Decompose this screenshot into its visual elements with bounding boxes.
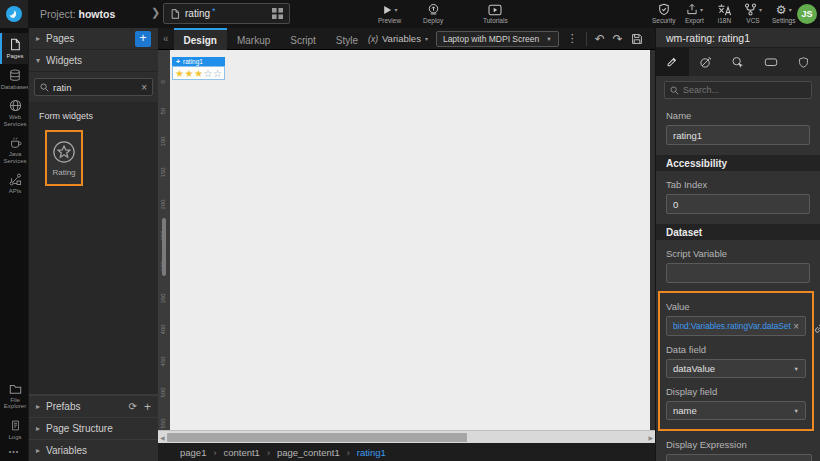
horizontal-scrollbar[interactable]: ◀ ▶ (158, 430, 655, 443)
rail-item-pages[interactable]: Pages (0, 33, 28, 64)
wavemaker-logo-icon (5, 5, 23, 23)
page-structure-section-header[interactable]: ▸ Page Structure (29, 417, 158, 439)
settings-button[interactable]: ⚙ ▾ Settings (772, 3, 796, 24)
tab-index-label: Tab Index (666, 179, 810, 190)
rail-more-button[interactable]: ••• (0, 444, 28, 461)
top-bar: Project: howtos ❯ rating * ▾ Preview Dep… (0, 0, 820, 28)
tab-properties[interactable] (656, 48, 689, 76)
canvas-body: 050100150200250300350400450500550 + rati… (158, 50, 655, 430)
security-button[interactable]: Security (652, 3, 675, 24)
canvas-column: « Design Markup Script Style (x) Variabl… (158, 28, 655, 461)
export-button[interactable]: ▾ Export (685, 3, 704, 24)
chevron-down-icon: ▾ (759, 6, 762, 13)
refresh-icon[interactable]: ⟳ (129, 401, 137, 412)
dataset-section-header: Dataset (656, 224, 820, 240)
project-name[interactable]: Project: howtos (40, 8, 115, 20)
tab-security[interactable] (787, 48, 820, 76)
pages-icon (9, 38, 21, 51)
page-tab-rating[interactable]: rating * (163, 3, 290, 24)
display-expression-field[interactable] (666, 454, 812, 461)
bind-link-icon[interactable] (813, 321, 820, 333)
add-page-button[interactable]: + (135, 31, 151, 47)
collapse-left-icon[interactable]: « (158, 33, 174, 44)
vcs-button[interactable]: ▾ VCS (744, 3, 762, 24)
widgets-section-header[interactable]: ▾ Widgets (29, 50, 158, 72)
name-label: Name (666, 110, 810, 121)
name-field[interactable] (666, 125, 810, 145)
tab-events[interactable] (722, 48, 755, 76)
widget-selection-label[interactable]: + rating1 (172, 57, 225, 66)
grid-icon[interactable] (272, 8, 283, 19)
scroll-right-icon[interactable]: ▶ (648, 434, 653, 441)
tab-index-input[interactable] (673, 199, 803, 210)
redo-icon[interactable]: ↷ (613, 33, 623, 45)
vertical-scrollbar-thumb[interactable] (162, 218, 166, 276)
value-field[interactable]: bind:Variables.ratingVar.dataSet × (666, 316, 806, 336)
vcs-branch-icon (744, 3, 757, 16)
rating-widget-tile[interactable]: Rating (45, 130, 83, 186)
prefabs-section-header[interactable]: ▸ Prefabs ⟳ + (29, 395, 158, 417)
tab-index-field[interactable] (666, 194, 810, 214)
caret-down-icon: ▼ (546, 36, 551, 42)
variables-section-header[interactable]: ▸ Variables (29, 439, 158, 461)
rating-stars[interactable]: ★★★☆☆ (172, 66, 225, 80)
tab-devices[interactable] (754, 48, 787, 76)
wavemaker-logo[interactable] (0, 0, 28, 28)
script-variable-field[interactable] (666, 263, 810, 283)
rail-item-java-services[interactable]: Java Services (0, 131, 28, 168)
rail-item-web-services[interactable]: Web Services (0, 94, 28, 131)
data-field-select[interactable]: dataValue ▼ (666, 359, 806, 378)
clear-search-icon[interactable]: × (141, 82, 147, 93)
selected-rating-widget[interactable]: + rating1 ★★★☆☆ (172, 57, 225, 80)
properties-tabs (656, 48, 820, 76)
kebab-menu-icon[interactable]: ⋮ (567, 32, 578, 45)
name-input[interactable] (673, 130, 803, 141)
chevron-down-icon: ▾ (425, 35, 428, 42)
undo-icon[interactable]: ↶ (595, 33, 605, 45)
chevron-down-icon: ▾ (36, 56, 46, 65)
deploy-button[interactable]: Deploy (423, 3, 443, 24)
user-avatar[interactable]: JS (797, 4, 817, 24)
tab-design[interactable]: Design (174, 28, 227, 50)
toolbar-divider (586, 32, 587, 46)
rail-item-logs[interactable]: Logs (0, 414, 28, 445)
horizontal-scrollbar-thumb[interactable] (167, 433, 467, 442)
preview-button[interactable]: ▾ Preview (378, 3, 401, 24)
display-field-select[interactable]: name ▼ (666, 401, 806, 420)
widget-search-input[interactable] (53, 82, 137, 93)
chevron-down-icon: ▾ (700, 6, 703, 13)
design-canvas[interactable]: + rating1 ★★★☆☆ (170, 50, 650, 430)
tab-script[interactable]: Script (280, 28, 326, 50)
move-icon: + (176, 58, 180, 65)
scroll-left-icon[interactable]: ◀ (160, 434, 165, 441)
value-label: Value (666, 301, 806, 312)
globe-icon (9, 99, 22, 112)
gear-icon: ⚙ (776, 3, 787, 17)
breadcrumb-content1[interactable]: content1 (223, 447, 276, 458)
rail-item-databases[interactable]: Databases (0, 64, 28, 95)
save-icon[interactable] (631, 33, 643, 45)
breadcrumb-rating1[interactable]: rating1 (357, 447, 386, 458)
clear-binding-icon[interactable]: × (793, 321, 799, 332)
properties-search-box[interactable] (664, 81, 812, 99)
search-icon (670, 86, 679, 95)
tab-style[interactable]: Style (326, 28, 368, 50)
tutorials-button[interactable]: Tutorials (483, 3, 508, 24)
accessibility-section-header: Accessibility (656, 155, 820, 171)
device-icon (764, 56, 778, 68)
rail-item-file-explorer[interactable]: File Explorer (0, 378, 28, 414)
script-variable-input[interactable] (673, 268, 803, 279)
i18n-button[interactable]: i18N (717, 3, 732, 24)
variables-button[interactable]: (x) Variables ▾ (368, 33, 428, 44)
breadcrumb-page-content1[interactable]: page_content1 (277, 447, 357, 458)
widget-search-box[interactable]: × (34, 78, 153, 96)
device-selector[interactable]: Laptop with MDPI Screen ▼ (436, 31, 559, 47)
properties-search-input[interactable] (683, 85, 806, 95)
tab-markup[interactable]: Markup (227, 28, 280, 50)
chevron-right-icon: ▸ (36, 446, 46, 455)
tab-styles[interactable] (689, 48, 722, 76)
rail-item-apis[interactable]: APIs (0, 168, 28, 199)
add-prefab-icon[interactable]: + (144, 400, 151, 414)
breadcrumb-page1[interactable]: page1 (180, 447, 223, 458)
pages-section-header[interactable]: ▸ Pages + (29, 28, 158, 50)
